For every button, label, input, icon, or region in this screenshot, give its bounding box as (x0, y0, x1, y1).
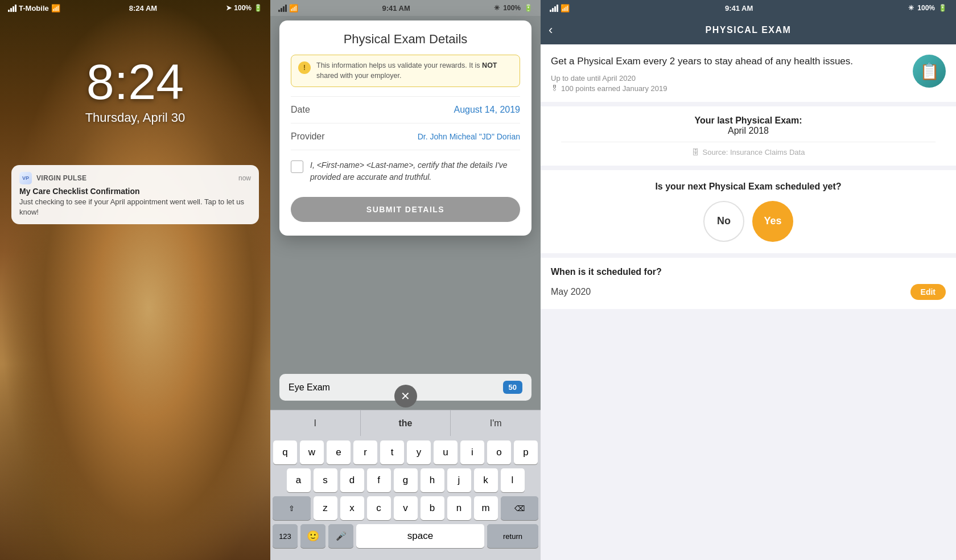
divider (561, 142, 936, 142)
nav-title: PHYSICAL EXAM (706, 25, 792, 35)
no-button[interactable]: No (703, 201, 744, 242)
warning-icon: ! (298, 61, 311, 74)
signal-bars-icon-2 (278, 5, 287, 12)
screen-content: Get a Physical Exam every 2 years to sta… (541, 44, 956, 560)
keyboard-row-1: q w e r t y u i o p (273, 440, 538, 464)
key-numbers[interactable]: 123 (273, 524, 298, 548)
key-w[interactable]: w (300, 440, 324, 464)
clock-3: 9:41 AM (725, 4, 753, 13)
modal-screen: 📶 9:41 AM ✳ 100% 🔋 Physical Exam Details… (270, 0, 541, 560)
key-t[interactable]: t (380, 440, 404, 464)
key-b[interactable]: b (421, 496, 444, 520)
provider-label: Provider (291, 131, 325, 142)
notification-title: My Care Checklist Confirmation (19, 187, 251, 196)
yes-no-row: No Yes (551, 201, 946, 242)
close-button[interactable]: ✕ (394, 385, 417, 407)
key-v[interactable]: v (394, 496, 418, 520)
battery-label-2: 100% (503, 4, 521, 12)
key-y[interactable]: y (407, 440, 431, 464)
wifi-icon-2: 📶 (289, 4, 298, 13)
info-text: This information helps us validate your … (316, 61, 513, 81)
when-question: When is it scheduled for? (551, 267, 946, 277)
certify-row[interactable]: I, <First-name> <Last-name>, certify tha… (291, 150, 520, 192)
clock-2: 9:41 AM (382, 4, 410, 13)
notification-body: Just checking to see if your April appoi… (19, 197, 251, 217)
points-badge: 50 (503, 381, 522, 394)
exam-description: Get a Physical Exam every 2 years to sta… (551, 55, 905, 68)
key-k[interactable]: k (474, 468, 498, 492)
key-microphone[interactable]: 🎤 (328, 524, 353, 548)
autocomplete-im[interactable]: I'm (451, 410, 541, 436)
lock-date: Thursday, April 30 (0, 110, 270, 125)
key-l[interactable]: l (501, 468, 525, 492)
autocomplete-i[interactable]: I (270, 410, 361, 436)
lock-screen: T-Mobile 📶 8:24 AM ➤ 100% 🔋 8:24 Thursda… (0, 0, 270, 560)
certify-text: I, <First-name> <Last-name>, certify tha… (310, 159, 520, 183)
key-n[interactable]: n (447, 496, 471, 520)
database-icon: 🗄 (692, 148, 699, 157)
provider-value: Dr. John Micheal "JD" Dorian (418, 132, 520, 141)
physical-exam-modal: Physical Exam Details ! This information… (279, 20, 531, 236)
points-earned-label: 🎖 100 points earned January 2019 (551, 84, 905, 93)
key-shift[interactable]: ⇧ (273, 496, 311, 520)
key-space[interactable]: space (356, 524, 484, 548)
bluetooth-icon-3: ✳ (908, 4, 914, 12)
edit-button[interactable]: Edit (910, 284, 946, 300)
key-return[interactable]: return (487, 524, 538, 548)
back-button[interactable]: ‹ (549, 23, 553, 38)
modal-title: Physical Exam Details (291, 32, 520, 47)
key-e[interactable]: e (327, 440, 351, 464)
signal-bars-icon-3 (550, 5, 558, 12)
battery-label: 100% (234, 4, 252, 12)
info-banner: ! This information helps us validate you… (291, 55, 520, 87)
last-exam-date: April 2018 (551, 126, 946, 136)
scheduled-date: May 2020 (551, 287, 591, 297)
autocomplete-the[interactable]: the (361, 410, 451, 436)
carrier-label: T-Mobile (19, 4, 49, 13)
keyboard-row-3: ⇧ z x c v b n m ⌫ (273, 496, 538, 520)
exam-header-card: Get a Physical Exam every 2 years to sta… (541, 44, 956, 102)
when-scheduled-card: When is it scheduled for? May 2020 Edit (541, 258, 956, 309)
lock-hour-minute: 8:24 (0, 57, 270, 107)
bluetooth-icon: ✳ (494, 4, 500, 12)
key-z[interactable]: z (314, 496, 337, 520)
autocomplete-bar: I the I'm (270, 410, 541, 436)
app-icon: VP (19, 172, 32, 184)
key-j[interactable]: j (447, 468, 471, 492)
key-x[interactable]: x (340, 496, 364, 520)
keyboard-row-2: a s d f g h j k l (273, 468, 538, 492)
key-r[interactable]: r (353, 440, 377, 464)
last-exam-title: Your last Physical Exam: (551, 116, 946, 126)
key-emoji[interactable]: 🙂 (300, 524, 325, 548)
wifi-icon: 📶 (51, 4, 60, 13)
key-p[interactable]: p (514, 440, 538, 464)
key-g[interactable]: g (394, 468, 418, 492)
exam-icon: 📋 (913, 55, 946, 88)
notification-timestamp: now (238, 174, 251, 182)
key-m[interactable]: m (474, 496, 498, 520)
yes-button[interactable]: Yes (752, 201, 793, 242)
app-name: VIRGIN PULSE (36, 174, 86, 182)
key-o[interactable]: o (487, 440, 511, 464)
eye-exam-label: Eye Exam (289, 382, 330, 393)
certify-checkbox[interactable] (291, 160, 303, 173)
key-s[interactable]: s (314, 468, 337, 492)
key-q[interactable]: q (273, 440, 297, 464)
keyboard-row-4: 123 🙂 🎤 space return (273, 524, 538, 548)
key-i[interactable]: i (460, 440, 484, 464)
key-backspace[interactable]: ⌫ (501, 496, 539, 520)
key-u[interactable]: u (434, 440, 458, 464)
date-label: Date (291, 105, 310, 115)
key-d[interactable]: d (340, 468, 364, 492)
key-a[interactable]: a (287, 468, 311, 492)
battery-label-3: 100% (917, 4, 935, 12)
key-h[interactable]: h (421, 468, 444, 492)
notification-card[interactable]: VP VIRGIN PULSE now My Care Checklist Co… (11, 165, 259, 224)
close-icon: ✕ (401, 389, 410, 403)
submit-button[interactable]: SUBMIT DETAILS (291, 197, 520, 222)
provider-row: Provider Dr. John Micheal "JD" Dorian (291, 123, 520, 150)
scheduled-card: Is your next Physical Exam scheduled yet… (541, 170, 956, 253)
key-c[interactable]: c (367, 496, 391, 520)
date-value: August 14, 2019 (454, 105, 520, 115)
key-f[interactable]: f (367, 468, 391, 492)
